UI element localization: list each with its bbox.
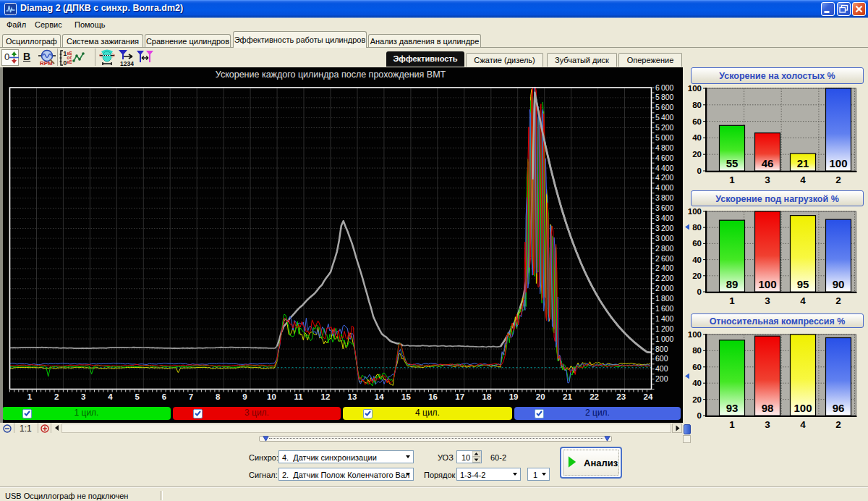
svg-text:10: 10 — [267, 392, 276, 401]
svg-text:5 000: 5 000 — [655, 133, 674, 142]
svg-text:5: 5 — [135, 392, 140, 401]
svg-text:98: 98 — [762, 402, 774, 414]
svg-text:89: 89 — [726, 278, 739, 290]
svg-text:21: 21 — [797, 157, 809, 169]
svg-text:17: 17 — [455, 392, 464, 401]
svg-text:24: 24 — [644, 392, 653, 401]
svg-text:96: 96 — [833, 402, 845, 414]
svg-text:400: 400 — [655, 364, 668, 373]
svg-text:14: 14 — [375, 392, 384, 401]
svg-text:2 600: 2 600 — [655, 254, 674, 263]
svg-text:19: 19 — [509, 392, 519, 401]
svg-text:100: 100 — [688, 84, 702, 93]
svg-text:4: 4 — [108, 392, 113, 401]
svg-text:100: 100 — [688, 330, 702, 339]
svg-text:600: 600 — [655, 354, 668, 363]
svg-text:3 200: 3 200 — [655, 224, 674, 232]
svg-text:20: 20 — [692, 395, 702, 403]
svg-text:2: 2 — [835, 174, 841, 185]
svg-text:20: 20 — [692, 150, 702, 159]
svg-text:2: 2 — [835, 295, 841, 306]
svg-text:3: 3 — [765, 174, 770, 185]
svg-text:2 200: 2 200 — [655, 274, 674, 282]
svg-text:95: 95 — [797, 278, 809, 290]
svg-text:60: 60 — [692, 362, 702, 371]
svg-text:80: 80 — [692, 100, 702, 109]
svg-text:Ускорение каждого цилиндра пос: Ускорение каждого цилиндра после прохожд… — [216, 70, 446, 80]
svg-text:3 600: 3 600 — [655, 203, 674, 212]
svg-text:90: 90 — [833, 278, 845, 290]
svg-text:кВ: кВ — [67, 59, 72, 64]
svg-text:18: 18 — [482, 392, 492, 401]
svg-text:93: 93 — [726, 402, 739, 414]
svg-text:46: 46 — [762, 157, 774, 169]
svg-text:1 200: 1 200 — [655, 324, 674, 333]
svg-text:5 800: 5 800 — [655, 93, 674, 101]
svg-text:200: 200 — [655, 374, 668, 383]
svg-text:13: 13 — [348, 392, 357, 401]
svg-text:23: 23 — [616, 392, 626, 401]
svg-text:4 800: 4 800 — [655, 143, 674, 152]
svg-text:3: 3 — [81, 392, 85, 401]
svg-text:1234: 1234 — [120, 60, 134, 67]
svg-text:2: 2 — [835, 418, 841, 429]
svg-text:5 400: 5 400 — [655, 113, 674, 122]
svg-text:4 400: 4 400 — [655, 164, 674, 172]
svg-text:1: 1 — [27, 392, 33, 401]
svg-text:0: 0 — [697, 411, 702, 420]
svg-text:22: 22 — [590, 392, 599, 401]
svg-text:4: 4 — [800, 418, 806, 429]
svg-text:20: 20 — [536, 392, 545, 401]
svg-text:2: 2 — [54, 392, 59, 401]
svg-text:16: 16 — [428, 392, 438, 401]
svg-text:5 200: 5 200 — [655, 123, 674, 132]
svg-text:0: 0 — [697, 287, 702, 296]
svg-text:21: 21 — [563, 392, 572, 401]
svg-text:60: 60 — [692, 239, 702, 248]
svg-text:5 600: 5 600 — [655, 103, 674, 111]
svg-text:3 000: 3 000 — [655, 234, 674, 243]
svg-text:1: 1 — [729, 418, 735, 429]
svg-text:40: 40 — [692, 379, 702, 387]
svg-text:100: 100 — [758, 278, 776, 290]
svg-text:2 800: 2 800 — [655, 244, 674, 253]
svg-text:80: 80 — [692, 223, 702, 232]
svg-text:0: 0 — [697, 167, 702, 175]
svg-text:2 000: 2 000 — [655, 284, 674, 292]
svg-text:20: 20 — [692, 271, 702, 279]
svg-text:55: 55 — [726, 157, 739, 169]
svg-text:3 800: 3 800 — [655, 193, 674, 202]
svg-text:4 600: 4 600 — [655, 153, 674, 162]
svg-text:100: 100 — [688, 207, 702, 216]
svg-text:1: 1 — [729, 295, 735, 306]
svg-text:7: 7 — [189, 392, 193, 401]
svg-text:2 400: 2 400 — [655, 264, 674, 272]
svg-text:9: 9 — [242, 392, 247, 401]
svg-text:40: 40 — [692, 133, 702, 142]
svg-text:12: 12 — [321, 392, 331, 401]
svg-text:80: 80 — [692, 346, 702, 355]
svg-text:6: 6 — [162, 392, 166, 401]
svg-text:11: 11 — [294, 392, 304, 401]
svg-text:1: 1 — [729, 174, 735, 185]
svg-text:100: 100 — [829, 157, 847, 169]
svg-text:6 000: 6 000 — [655, 83, 674, 92]
svg-text:4 200: 4 200 — [655, 173, 674, 182]
svg-text:8: 8 — [216, 392, 221, 401]
svg-text:60: 60 — [692, 117, 702, 125]
svg-text:4 000: 4 000 — [655, 183, 674, 192]
svg-text:800: 800 — [655, 345, 668, 353]
svg-text:1 400: 1 400 — [655, 314, 674, 323]
svg-text:3: 3 — [765, 295, 770, 306]
svg-text:1 800: 1 800 — [655, 294, 674, 303]
svg-text:3: 3 — [765, 418, 770, 429]
svg-text:3 400: 3 400 — [655, 214, 674, 222]
svg-text:100: 100 — [793, 402, 812, 414]
svg-text:15: 15 — [401, 392, 411, 401]
svg-text:4: 4 — [800, 174, 806, 185]
svg-text:1 000: 1 000 — [655, 334, 674, 343]
svg-text:40: 40 — [692, 255, 702, 264]
svg-text:4: 4 — [800, 295, 806, 306]
svg-text:1 600: 1 600 — [655, 304, 674, 313]
